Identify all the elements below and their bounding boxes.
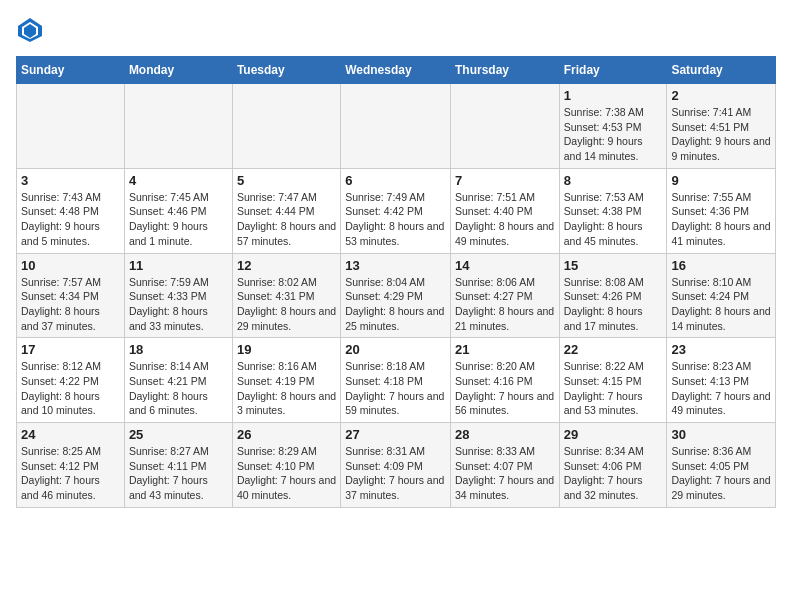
day-info: Sunrise: 7:53 AM Sunset: 4:38 PM Dayligh… bbox=[564, 190, 663, 249]
day-of-week-header: Thursday bbox=[450, 57, 559, 84]
day-info: Sunrise: 8:16 AM Sunset: 4:19 PM Dayligh… bbox=[237, 359, 336, 418]
day-info: Sunrise: 8:18 AM Sunset: 4:18 PM Dayligh… bbox=[345, 359, 446, 418]
calendar-cell bbox=[17, 84, 125, 169]
calendar-cell: 15Sunrise: 8:08 AM Sunset: 4:26 PM Dayli… bbox=[559, 253, 667, 338]
day-info: Sunrise: 8:20 AM Sunset: 4:16 PM Dayligh… bbox=[455, 359, 555, 418]
day-number: 7 bbox=[455, 173, 555, 188]
day-number: 15 bbox=[564, 258, 663, 273]
calendar-cell: 10Sunrise: 7:57 AM Sunset: 4:34 PM Dayli… bbox=[17, 253, 125, 338]
calendar-cell: 14Sunrise: 8:06 AM Sunset: 4:27 PM Dayli… bbox=[450, 253, 559, 338]
day-number: 28 bbox=[455, 427, 555, 442]
day-info: Sunrise: 7:49 AM Sunset: 4:42 PM Dayligh… bbox=[345, 190, 446, 249]
day-info: Sunrise: 7:57 AM Sunset: 4:34 PM Dayligh… bbox=[21, 275, 120, 334]
logo bbox=[16, 16, 48, 44]
calendar-cell: 21Sunrise: 8:20 AM Sunset: 4:16 PM Dayli… bbox=[450, 338, 559, 423]
calendar-cell: 29Sunrise: 8:34 AM Sunset: 4:06 PM Dayli… bbox=[559, 423, 667, 508]
day-number: 30 bbox=[671, 427, 771, 442]
day-info: Sunrise: 8:27 AM Sunset: 4:11 PM Dayligh… bbox=[129, 444, 228, 503]
day-number: 1 bbox=[564, 88, 663, 103]
day-info: Sunrise: 8:22 AM Sunset: 4:15 PM Dayligh… bbox=[564, 359, 663, 418]
calendar-cell: 19Sunrise: 8:16 AM Sunset: 4:19 PM Dayli… bbox=[232, 338, 340, 423]
day-number: 29 bbox=[564, 427, 663, 442]
day-info: Sunrise: 7:55 AM Sunset: 4:36 PM Dayligh… bbox=[671, 190, 771, 249]
day-of-week-header: Saturday bbox=[667, 57, 776, 84]
day-number: 3 bbox=[21, 173, 120, 188]
calendar-cell: 30Sunrise: 8:36 AM Sunset: 4:05 PM Dayli… bbox=[667, 423, 776, 508]
calendar-cell: 23Sunrise: 8:23 AM Sunset: 4:13 PM Dayli… bbox=[667, 338, 776, 423]
logo-icon bbox=[16, 16, 44, 44]
day-number: 4 bbox=[129, 173, 228, 188]
day-number: 25 bbox=[129, 427, 228, 442]
day-number: 20 bbox=[345, 342, 446, 357]
calendar-cell: 7Sunrise: 7:51 AM Sunset: 4:40 PM Daylig… bbox=[450, 168, 559, 253]
day-info: Sunrise: 7:38 AM Sunset: 4:53 PM Dayligh… bbox=[564, 105, 663, 164]
day-number: 5 bbox=[237, 173, 336, 188]
day-info: Sunrise: 7:47 AM Sunset: 4:44 PM Dayligh… bbox=[237, 190, 336, 249]
day-info: Sunrise: 8:04 AM Sunset: 4:29 PM Dayligh… bbox=[345, 275, 446, 334]
calendar-cell: 28Sunrise: 8:33 AM Sunset: 4:07 PM Dayli… bbox=[450, 423, 559, 508]
day-number: 22 bbox=[564, 342, 663, 357]
calendar-cell: 13Sunrise: 8:04 AM Sunset: 4:29 PM Dayli… bbox=[341, 253, 451, 338]
calendar-cell: 5Sunrise: 7:47 AM Sunset: 4:44 PM Daylig… bbox=[232, 168, 340, 253]
day-number: 9 bbox=[671, 173, 771, 188]
day-number: 11 bbox=[129, 258, 228, 273]
calendar-cell: 25Sunrise: 8:27 AM Sunset: 4:11 PM Dayli… bbox=[124, 423, 232, 508]
calendar-cell: 17Sunrise: 8:12 AM Sunset: 4:22 PM Dayli… bbox=[17, 338, 125, 423]
day-info: Sunrise: 8:36 AM Sunset: 4:05 PM Dayligh… bbox=[671, 444, 771, 503]
day-info: Sunrise: 8:25 AM Sunset: 4:12 PM Dayligh… bbox=[21, 444, 120, 503]
day-info: Sunrise: 8:14 AM Sunset: 4:21 PM Dayligh… bbox=[129, 359, 228, 418]
day-number: 23 bbox=[671, 342, 771, 357]
page-header bbox=[16, 16, 776, 44]
day-number: 6 bbox=[345, 173, 446, 188]
day-info: Sunrise: 8:10 AM Sunset: 4:24 PM Dayligh… bbox=[671, 275, 771, 334]
calendar-cell bbox=[450, 84, 559, 169]
calendar-table: SundayMondayTuesdayWednesdayThursdayFrid… bbox=[16, 56, 776, 508]
day-info: Sunrise: 7:51 AM Sunset: 4:40 PM Dayligh… bbox=[455, 190, 555, 249]
calendar-cell: 27Sunrise: 8:31 AM Sunset: 4:09 PM Dayli… bbox=[341, 423, 451, 508]
day-info: Sunrise: 7:59 AM Sunset: 4:33 PM Dayligh… bbox=[129, 275, 228, 334]
calendar-cell: 26Sunrise: 8:29 AM Sunset: 4:10 PM Dayli… bbox=[232, 423, 340, 508]
calendar-cell: 2Sunrise: 7:41 AM Sunset: 4:51 PM Daylig… bbox=[667, 84, 776, 169]
day-info: Sunrise: 8:12 AM Sunset: 4:22 PM Dayligh… bbox=[21, 359, 120, 418]
day-number: 12 bbox=[237, 258, 336, 273]
calendar-cell: 3Sunrise: 7:43 AM Sunset: 4:48 PM Daylig… bbox=[17, 168, 125, 253]
calendar-cell bbox=[232, 84, 340, 169]
calendar-cell bbox=[124, 84, 232, 169]
day-info: Sunrise: 7:43 AM Sunset: 4:48 PM Dayligh… bbox=[21, 190, 120, 249]
day-number: 14 bbox=[455, 258, 555, 273]
calendar-cell: 16Sunrise: 8:10 AM Sunset: 4:24 PM Dayli… bbox=[667, 253, 776, 338]
day-number: 27 bbox=[345, 427, 446, 442]
day-info: Sunrise: 8:23 AM Sunset: 4:13 PM Dayligh… bbox=[671, 359, 771, 418]
day-info: Sunrise: 8:29 AM Sunset: 4:10 PM Dayligh… bbox=[237, 444, 336, 503]
day-number: 2 bbox=[671, 88, 771, 103]
calendar-cell: 22Sunrise: 8:22 AM Sunset: 4:15 PM Dayli… bbox=[559, 338, 667, 423]
day-info: Sunrise: 8:02 AM Sunset: 4:31 PM Dayligh… bbox=[237, 275, 336, 334]
calendar-cell: 8Sunrise: 7:53 AM Sunset: 4:38 PM Daylig… bbox=[559, 168, 667, 253]
calendar-cell: 18Sunrise: 8:14 AM Sunset: 4:21 PM Dayli… bbox=[124, 338, 232, 423]
day-info: Sunrise: 8:33 AM Sunset: 4:07 PM Dayligh… bbox=[455, 444, 555, 503]
day-info: Sunrise: 8:08 AM Sunset: 4:26 PM Dayligh… bbox=[564, 275, 663, 334]
day-number: 24 bbox=[21, 427, 120, 442]
calendar-cell: 4Sunrise: 7:45 AM Sunset: 4:46 PM Daylig… bbox=[124, 168, 232, 253]
calendar-cell: 24Sunrise: 8:25 AM Sunset: 4:12 PM Dayli… bbox=[17, 423, 125, 508]
day-number: 8 bbox=[564, 173, 663, 188]
day-info: Sunrise: 8:06 AM Sunset: 4:27 PM Dayligh… bbox=[455, 275, 555, 334]
day-number: 26 bbox=[237, 427, 336, 442]
day-info: Sunrise: 8:31 AM Sunset: 4:09 PM Dayligh… bbox=[345, 444, 446, 503]
day-of-week-header: Friday bbox=[559, 57, 667, 84]
day-number: 17 bbox=[21, 342, 120, 357]
calendar-cell: 1Sunrise: 7:38 AM Sunset: 4:53 PM Daylig… bbox=[559, 84, 667, 169]
day-of-week-header: Sunday bbox=[17, 57, 125, 84]
calendar-cell: 20Sunrise: 8:18 AM Sunset: 4:18 PM Dayli… bbox=[341, 338, 451, 423]
calendar-cell: 12Sunrise: 8:02 AM Sunset: 4:31 PM Dayli… bbox=[232, 253, 340, 338]
calendar-cell: 11Sunrise: 7:59 AM Sunset: 4:33 PM Dayli… bbox=[124, 253, 232, 338]
day-number: 19 bbox=[237, 342, 336, 357]
day-number: 18 bbox=[129, 342, 228, 357]
day-info: Sunrise: 7:41 AM Sunset: 4:51 PM Dayligh… bbox=[671, 105, 771, 164]
day-number: 13 bbox=[345, 258, 446, 273]
day-of-week-header: Tuesday bbox=[232, 57, 340, 84]
day-number: 10 bbox=[21, 258, 120, 273]
calendar-cell: 6Sunrise: 7:49 AM Sunset: 4:42 PM Daylig… bbox=[341, 168, 451, 253]
day-info: Sunrise: 8:34 AM Sunset: 4:06 PM Dayligh… bbox=[564, 444, 663, 503]
calendar-cell: 9Sunrise: 7:55 AM Sunset: 4:36 PM Daylig… bbox=[667, 168, 776, 253]
